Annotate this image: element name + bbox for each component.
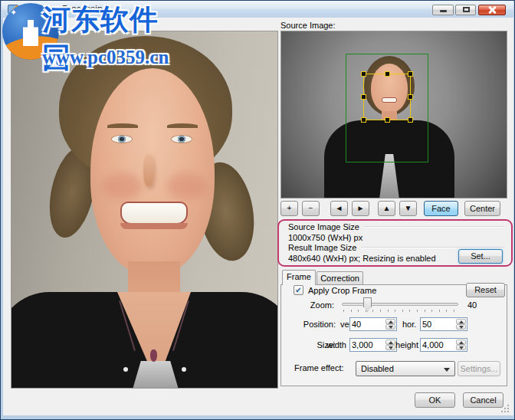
photo-brow [167, 123, 198, 128]
resize-grip[interactable] [500, 404, 510, 413]
zoom-slider-label: Zoom: [280, 300, 334, 310]
width-stepper[interactable] [349, 338, 397, 352]
source-image-label: Source Image: [280, 21, 336, 30]
hor-label: hor. [402, 320, 416, 329]
minimize-button[interactable] [432, 5, 454, 15]
resize-handle[interactable] [361, 94, 366, 100]
face-button[interactable]: Face [424, 201, 458, 216]
close-icon [488, 6, 496, 14]
move-down-button[interactable]: ▼ [399, 201, 417, 216]
apply-crop-checkbox[interactable]: ✔ [294, 285, 303, 295]
cancel-button[interactable]: Cancel [463, 392, 504, 408]
photo-button-dot [182, 367, 186, 372]
move-right-button[interactable]: ► [352, 201, 369, 216]
zoom-in-button[interactable]: + [280, 201, 298, 216]
photo-button-dot [123, 367, 128, 372]
result-image-view[interactable] [11, 31, 278, 389]
spinner-up-button[interactable] [456, 340, 466, 345]
settings-button: Settings... [458, 361, 500, 376]
hor-spinner[interactable] [456, 319, 466, 330]
close-button[interactable] [478, 5, 506, 15]
resize-handle[interactable] [408, 71, 413, 77]
source-photo [281, 31, 507, 198]
vert-stepper[interactable] [349, 317, 397, 331]
result-size-value: 480x640 (WxH) px; Resizing is enabled [288, 254, 436, 263]
spinner-down-icon [389, 326, 393, 329]
center-button[interactable]: Center [464, 201, 500, 216]
spinner-down-button[interactable] [456, 324, 466, 330]
frame-effect-value: Disabled [361, 364, 394, 373]
zoom-slider-track[interactable] [342, 303, 458, 306]
height-stepper[interactable] [420, 338, 467, 352]
group-divider [364, 226, 504, 228]
dialog-client-area: Result Image: [3, 18, 513, 415]
spinner-up-icon [389, 320, 393, 323]
spinner-up-button[interactable] [456, 319, 466, 324]
spinner-down-button[interactable] [456, 345, 466, 350]
face-selection-rect[interactable] [363, 74, 411, 120]
maximize-icon [463, 7, 470, 12]
photo-nose [143, 154, 154, 186]
source-image-view[interactable] [280, 31, 507, 199]
tab-frame[interactable]: Frame [282, 270, 316, 285]
resize-handle[interactable] [408, 94, 413, 100]
app-window: ID Image Processing Result Image: [0, 0, 515, 420]
resize-handle[interactable] [385, 71, 390, 77]
position-label: Position: [280, 320, 336, 329]
title-bar[interactable]: ID Image Processing [2, 1, 513, 18]
resize-handle[interactable] [361, 71, 366, 77]
window-title: ID Image Processing [22, 4, 107, 15]
result-photo [11, 31, 277, 388]
spinner-down-icon [459, 346, 464, 349]
width-label: width [325, 340, 346, 349]
result-size-label: Result Image Size [288, 243, 356, 252]
minimize-icon [440, 10, 447, 12]
photo-cheek [102, 173, 142, 199]
zoom-value: 40 [467, 300, 477, 310]
photo-lip [120, 223, 188, 229]
move-left-button[interactable]: ◄ [330, 201, 348, 216]
chevron-down-icon [444, 368, 450, 372]
resize-handle[interactable] [385, 117, 390, 123]
width-input[interactable] [352, 340, 385, 350]
photo-smile [120, 202, 188, 225]
source-size-label: Source Image Size [288, 222, 359, 231]
zoom-slider-ticks [343, 310, 458, 312]
apply-crop-label: Apply Crop Frame [308, 286, 376, 295]
height-input[interactable] [422, 340, 456, 350]
photo-cheek [167, 173, 207, 199]
photo-pendant [150, 349, 157, 362]
ok-button[interactable]: OK [415, 392, 455, 408]
set-button[interactable]: Set... [458, 249, 503, 264]
maximize-button[interactable] [455, 5, 476, 15]
spinner-up-icon [459, 320, 464, 323]
tab-correction[interactable]: Correction [317, 271, 363, 285]
photo-eye [111, 135, 133, 143]
spinner-up-button[interactable] [385, 319, 395, 324]
reset-button[interactable]: Reset [466, 283, 505, 297]
zoom-out-button[interactable]: − [302, 201, 320, 216]
photo-eye [171, 135, 192, 143]
photo-brow [107, 123, 138, 128]
hor-stepper[interactable] [420, 317, 467, 331]
hor-input[interactable] [422, 319, 456, 330]
spinner-down-button[interactable] [385, 324, 395, 330]
group-divider [361, 247, 504, 248]
height-label: height [392, 340, 418, 349]
frame-effect-dropdown[interactable]: Disabled [356, 361, 455, 376]
resize-handle[interactable] [408, 117, 413, 123]
source-size-value: 1000x750 (WxH) px [288, 233, 362, 242]
height-spinner[interactable] [456, 340, 466, 350]
vert-input[interactable] [352, 319, 385, 330]
vert-spinner[interactable] [385, 319, 395, 330]
check-icon: ✔ [295, 286, 301, 294]
result-image-label: Result Image: [11, 21, 63, 30]
spinner-up-icon [459, 341, 464, 344]
app-icon [8, 5, 18, 14]
frame-effect-label: Frame effect: [294, 363, 344, 372]
spinner-down-icon [459, 326, 464, 329]
resize-handle[interactable] [361, 117, 366, 123]
move-up-button[interactable]: ▲ [378, 201, 395, 216]
